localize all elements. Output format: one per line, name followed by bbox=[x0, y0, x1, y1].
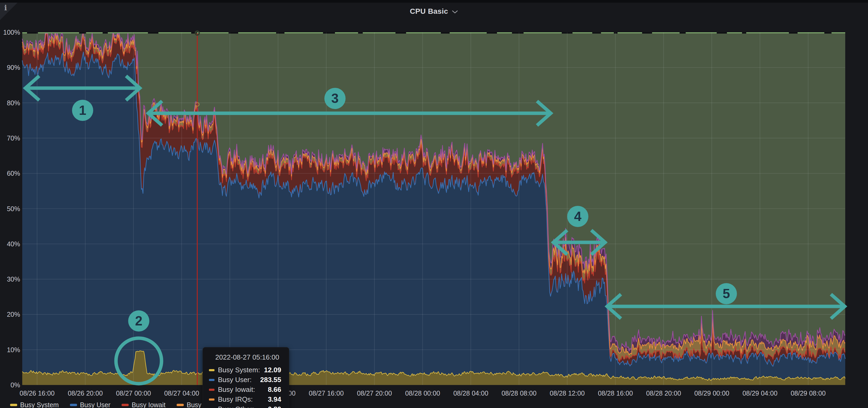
annotation-circle-2 bbox=[116, 338, 161, 384]
annotation-overlay bbox=[22, 32, 845, 385]
y-tick-label: 100% bbox=[0, 29, 20, 36]
y-tick-label: 70% bbox=[0, 134, 20, 142]
tooltip-label: Busy User: bbox=[218, 376, 252, 384]
x-tick-label: 08/27 20:00 bbox=[357, 389, 392, 397]
x-tick-label: 08/28 20:00 bbox=[646, 389, 681, 397]
tooltip-row: Busy User:283.55 bbox=[203, 375, 289, 385]
tooltip-rows: Busy System:12.09Busy User:283.55Busy Io… bbox=[203, 365, 289, 408]
x-tick-label: 08/28 16:00 bbox=[598, 389, 633, 397]
x-tick-label: 08/28 08:00 bbox=[501, 389, 536, 397]
annotation-badge-2: 2 bbox=[128, 310, 149, 332]
legend-item[interactable]: Busy System bbox=[10, 401, 59, 408]
tooltip-value: 8.66 bbox=[268, 385, 281, 394]
legend-swatch bbox=[10, 404, 17, 406]
y-tick-label: 50% bbox=[0, 205, 20, 213]
x-tick-label: 08/28 00:00 bbox=[405, 389, 440, 397]
chart-plot-area[interactable] bbox=[22, 32, 845, 385]
tooltip-swatch bbox=[209, 389, 215, 391]
legend-swatch bbox=[122, 404, 129, 406]
tooltip-value: 12.09 bbox=[264, 366, 281, 374]
tooltip-swatch bbox=[209, 369, 215, 371]
tooltip-value: 3.94 bbox=[268, 395, 281, 404]
legend-item[interactable]: Busy Iowait bbox=[122, 401, 165, 408]
x-tick-label: 08/26 20:00 bbox=[68, 389, 103, 397]
tooltip-row: Busy IRQs:3.94 bbox=[203, 395, 289, 404]
x-tick-label: 08/27 16:00 bbox=[309, 389, 344, 397]
tooltip-swatch bbox=[209, 379, 215, 381]
tooltip: 2022-08-27 05:16:00 Busy System:12.09Bus… bbox=[203, 347, 289, 408]
tooltip-value: 0.80 bbox=[268, 405, 281, 408]
x-tick-label: 08/29 00:00 bbox=[694, 389, 729, 397]
legend-label: Busy User bbox=[80, 401, 111, 408]
x-tick-label: 08/27 04:00 bbox=[164, 389, 199, 397]
y-tick-label: 80% bbox=[0, 99, 20, 107]
tooltip-label: Busy Iowait: bbox=[218, 385, 255, 394]
x-tick-label: 08/29 04:00 bbox=[743, 389, 777, 397]
legend-label: Busy System bbox=[20, 401, 59, 408]
legend: Busy SystemBusy UserBusy IowaitBusy IRQs bbox=[10, 401, 218, 408]
tooltip-row: Busy Other:0.80 bbox=[203, 404, 289, 408]
y-tick-label: 30% bbox=[0, 275, 20, 283]
y-tick-label: 90% bbox=[0, 64, 20, 71]
tooltip-label: Busy System: bbox=[218, 366, 260, 374]
legend-swatch bbox=[70, 404, 77, 406]
x-tick-label: 08/28 12:00 bbox=[550, 389, 585, 397]
grafana-cpu-panel: i CPU Basic 100%90%80%70%60%50%40%30%20%… bbox=[0, 0, 868, 408]
tooltip-value: 283.55 bbox=[260, 376, 281, 384]
x-tick-label: 08/28 04:00 bbox=[453, 389, 488, 397]
annotation-badge-3: 3 bbox=[324, 88, 346, 109]
legend-label: Busy Iowait bbox=[132, 401, 165, 408]
y-tick-label: 40% bbox=[0, 240, 20, 248]
x-tick-label: 08/27 00:00 bbox=[116, 389, 151, 397]
annotation-badge-4: 4 bbox=[567, 206, 588, 227]
x-tick-label: 08/26 16:00 bbox=[20, 389, 55, 397]
y-tick-label: 0% bbox=[0, 381, 20, 389]
y-tick-label: 60% bbox=[0, 170, 20, 177]
legend-swatch bbox=[177, 404, 184, 406]
panel-background: i CPU Basic 100%90%80%70%60%50%40%30%20%… bbox=[0, 3, 868, 408]
tooltip-label: Busy Other: bbox=[218, 405, 254, 408]
annotation-badge-5: 5 bbox=[716, 283, 737, 304]
tooltip-row: Busy Iowait:8.66 bbox=[203, 385, 289, 395]
legend-item[interactable]: Busy User bbox=[70, 401, 111, 408]
x-tick-label: 08/29 08:00 bbox=[791, 389, 826, 397]
y-tick-label: 20% bbox=[0, 311, 20, 318]
panel-title: CPU Basic bbox=[410, 7, 448, 15]
chevron-down-icon bbox=[452, 10, 458, 14]
tooltip-row: Busy System:12.09 bbox=[203, 365, 289, 375]
tooltip-label: Busy IRQs: bbox=[218, 395, 253, 404]
y-tick-label: 10% bbox=[0, 346, 20, 354]
annotation-badge-1: 1 bbox=[72, 100, 93, 121]
tooltip-timestamp: 2022-08-27 05:16:00 bbox=[215, 353, 289, 362]
panel-header[interactable]: CPU Basic bbox=[0, 3, 868, 20]
tooltip-swatch bbox=[209, 399, 215, 401]
